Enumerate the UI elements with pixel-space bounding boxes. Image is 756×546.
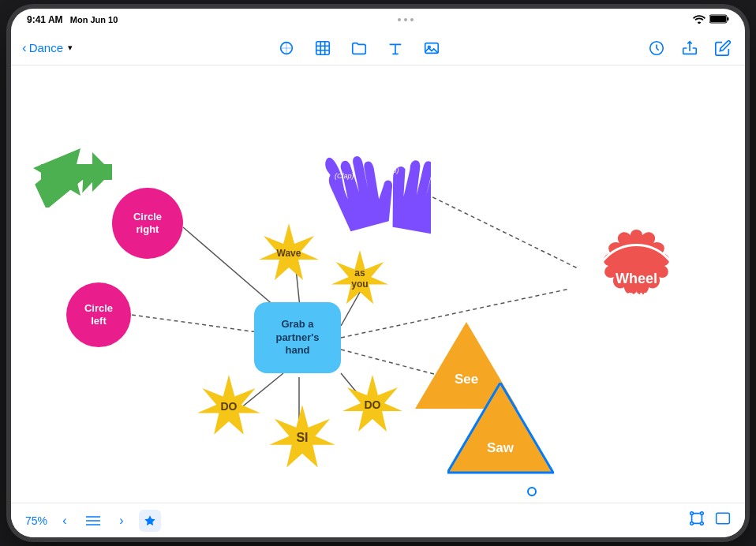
- toolbar-left: ‹ Dance ▾: [22, 40, 73, 56]
- wave-label: Wave: [277, 248, 301, 259]
- saw-triangle[interactable]: Saw: [447, 383, 554, 476]
- bottom-right: [688, 510, 731, 531]
- as-you-label: as you: [351, 267, 368, 290]
- circle-left-label: Circle left: [84, 302, 113, 327]
- main-toolbar: ‹ Dance ▾: [11, 31, 745, 65]
- si-label: SI: [296, 431, 308, 445]
- center-label: Grab a partner's hand: [275, 318, 319, 358]
- toolbar-right: [646, 37, 734, 59]
- si-node[interactable]: SI: [268, 403, 337, 473]
- favorite-button[interactable]: [139, 510, 161, 532]
- arrange-icon[interactable]: [688, 510, 705, 531]
- fullscreen-icon[interactable]: [715, 510, 731, 530]
- edit-icon[interactable]: [712, 37, 734, 59]
- canvas-area[interactable]: Circle right Circle left (Clap): [11, 65, 745, 503]
- svg-text:Saw: Saw: [487, 440, 515, 455]
- nav-next-button[interactable]: ›: [110, 510, 133, 532]
- do-right-label: DO: [365, 398, 381, 411]
- wheel-around-node[interactable]: Wheel around: [571, 223, 702, 353]
- bottom-toolbar: 75% ‹ ›: [11, 503, 745, 537]
- status-dots: [398, 18, 414, 21]
- svg-point-47: [691, 522, 694, 525]
- svg-marker-37: [447, 383, 553, 473]
- image-icon[interactable]: [421, 37, 443, 59]
- text-icon[interactable]: [384, 37, 406, 59]
- back-label: Dance: [29, 41, 63, 54]
- do-left-label: DO: [221, 400, 238, 413]
- status-bar: 9:41 AM Mon Jun 10: [11, 9, 745, 31]
- do-left-node[interactable]: DO: [196, 373, 262, 439]
- svg-line-21: [414, 188, 579, 269]
- zoom-level[interactable]: 75%: [25, 514, 47, 527]
- center-node[interactable]: Grab a partner's hand: [254, 302, 341, 373]
- svg-text:(Clap): (Clap): [380, 166, 399, 174]
- bottom-left: 75% ‹ ›: [25, 510, 161, 532]
- svg-rect-53: [717, 513, 730, 523]
- toolbar-center: [73, 37, 646, 59]
- svg-marker-27: [35, 156, 110, 208]
- folder-icon[interactable]: [348, 37, 370, 59]
- clap-hands-svg: (Clap) (Clap): [305, 135, 431, 237]
- svg-text:(Clap): (Clap): [335, 172, 354, 180]
- svg-point-46: [701, 512, 704, 515]
- do-right-node[interactable]: DO: [341, 373, 404, 436]
- svg-point-24: [528, 488, 536, 496]
- svg-point-48: [701, 522, 704, 525]
- circle-left-node[interactable]: Circle left: [66, 282, 131, 347]
- table-icon[interactable]: [312, 37, 334, 59]
- back-button[interactable]: ‹ Dance: [22, 40, 63, 56]
- battery-icon: [709, 14, 729, 25]
- share-icon[interactable]: [679, 37, 701, 59]
- shapes-icon[interactable]: [275, 37, 298, 59]
- circle-right-node[interactable]: Circle right: [112, 188, 183, 259]
- wave-node[interactable]: Wave: [257, 222, 320, 285]
- status-time: 9:41 AM Mon Jun 10: [27, 14, 118, 25]
- green-arrow-shape[interactable]: [35, 156, 110, 208]
- wifi-icon: [693, 14, 705, 25]
- circle-right-label: Circle right: [133, 211, 162, 235]
- list-button[interactable]: [82, 510, 104, 532]
- svg-text:Wheel: Wheel: [616, 271, 657, 286]
- svg-rect-2: [727, 17, 729, 21]
- status-right: [693, 14, 729, 25]
- svg-point-45: [691, 512, 694, 515]
- back-chevron-icon: ‹: [22, 40, 27, 56]
- history-icon[interactable]: [646, 37, 668, 59]
- svg-rect-4: [316, 41, 330, 54]
- as-you-node[interactable]: as you: [330, 249, 390, 309]
- nav-prev-button[interactable]: ‹: [54, 510, 76, 532]
- svg-text:around: around: [612, 288, 661, 304]
- device-frame: 9:41 AM Mon Jun 10 ‹ Dance ▾: [11, 9, 745, 537]
- clap-hands-area[interactable]: (Clap) (Clap): [305, 135, 431, 237]
- svg-rect-1: [710, 16, 726, 22]
